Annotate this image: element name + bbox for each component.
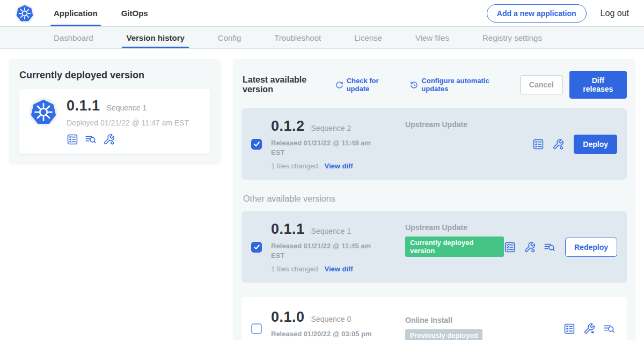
app-header: Application GitOps Add a new application… <box>0 0 644 27</box>
released-timestamp: Released 01/21/22 @ 11:45 am EST <box>271 241 374 260</box>
edit-config-icon[interactable] <box>524 241 536 253</box>
configure-automatic-updates-label: Configure automatic updates <box>421 77 506 93</box>
deploy-logs-icon[interactable] <box>544 241 555 253</box>
kubernetes-app-icon <box>29 98 58 127</box>
available-versions-panel: Latest available version Check for updat… <box>233 59 635 340</box>
add-new-application-button[interactable]: Add a new application <box>487 4 587 23</box>
files-changed-label: 1 files changed <box>271 265 318 273</box>
version-checkbox[interactable] <box>251 323 262 334</box>
currently-deployed-panel: Currently deployed version 0.1 <box>9 59 221 165</box>
version-card-0-1-0: 0.1.0 Sequence 0 Released 01/20/22 @ 03:… <box>241 297 627 340</box>
subnav-dashboard[interactable]: Dashboard <box>54 27 93 48</box>
subnav-troubleshoot[interactable]: Troubleshoot <box>274 27 321 48</box>
checkmark-icon <box>253 243 260 250</box>
version-source-label: Online Install <box>405 316 564 324</box>
version-checkbox[interactable] <box>251 139 262 150</box>
check-for-update-label: Check for update <box>347 77 397 93</box>
cancel-button[interactable]: Cancel <box>520 75 563 94</box>
view-diff-link[interactable]: View diff <box>324 265 353 273</box>
subnav-version-history[interactable]: Version history <box>126 27 184 48</box>
deploy-button[interactable]: Deploy <box>574 135 617 154</box>
previously-deployed-badge: Previously deployed <box>405 329 482 340</box>
version-number: 0.1.1 <box>271 221 305 238</box>
view-config-icon[interactable] <box>583 323 595 335</box>
released-timestamp: Released 01/20/22 @ 03:05 pm EST <box>271 329 374 340</box>
currently-deployed-title: Currently deployed version <box>19 70 210 81</box>
deploy-logs-icon[interactable] <box>603 323 615 335</box>
tab-application[interactable]: Application <box>54 0 98 26</box>
deployed-sequence-label: Sequence 1 <box>107 104 147 112</box>
preflight-checks-icon[interactable] <box>504 241 516 253</box>
edit-config-icon[interactable] <box>103 134 115 145</box>
deployed-version-number: 0.1.1 <box>67 98 100 114</box>
logout-button[interactable]: Log out <box>601 9 629 18</box>
version-number: 0.1.2 <box>271 118 305 135</box>
checkmark-icon <box>253 141 260 147</box>
subnav-config[interactable]: Config <box>218 27 241 48</box>
version-source-label: Upstream Update <box>405 223 504 232</box>
tab-gitops-label: GitOps <box>121 9 148 18</box>
diff-releases-button[interactable]: Diff releases <box>569 71 627 99</box>
redeploy-button[interactable]: Redeploy <box>565 238 617 257</box>
tab-gitops[interactable]: GitOps <box>121 0 148 26</box>
view-diff-link[interactable]: View diff <box>324 162 353 170</box>
other-available-versions-title: Other available versions <box>243 194 627 204</box>
deployed-version-card: 0.1.1 Sequence 1 Deployed 01/21/22 @ 11:… <box>19 89 210 154</box>
subnav-license[interactable]: License <box>354 27 382 48</box>
preflight-checks-icon[interactable] <box>564 323 575 335</box>
sequence-label: Sequence 0 <box>311 315 352 323</box>
sequence-label: Sequence 2 <box>311 124 352 132</box>
latest-available-title: Latest available version <box>243 75 328 94</box>
deployed-timestamp: Deployed 01/21/22 @ 11:47 am EST <box>67 119 189 127</box>
version-card-0-1-1: 0.1.1 Sequence 1 Released 01/21/22 @ 11:… <box>241 211 627 283</box>
released-timestamp: Released 01/21/22 @ 11:48 am EST <box>271 138 374 157</box>
currently-deployed-badge: Currently deployed version <box>405 236 504 257</box>
edit-config-icon[interactable] <box>552 138 564 150</box>
tab-application-label: Application <box>54 9 98 18</box>
subnav-view-files[interactable]: View files <box>415 27 449 48</box>
schedule-update-icon <box>410 80 418 90</box>
sequence-label: Sequence 1 <box>311 227 352 235</box>
header-tabs: Application GitOps <box>54 0 148 26</box>
app-subnav: Dashboard Version history Config Trouble… <box>0 27 644 49</box>
subnav-registry-settings[interactable]: Registry settings <box>482 27 542 48</box>
deploy-logs-icon[interactable] <box>85 134 97 145</box>
refresh-icon <box>335 80 343 90</box>
files-changed-label: 1 files changed <box>271 162 318 170</box>
kubernetes-logo-icon <box>15 4 34 23</box>
version-card-0-1-2: 0.1.2 Sequence 2 Released 01/21/22 @ 11:… <box>241 108 627 180</box>
version-checkbox[interactable] <box>251 242 262 253</box>
version-source-label: Upstream Update <box>405 120 532 129</box>
check-for-update-link[interactable]: Check for update <box>335 77 397 93</box>
version-number: 0.1.0 <box>271 309 305 326</box>
preflight-checks-icon[interactable] <box>532 138 544 150</box>
preflight-checks-icon[interactable] <box>67 134 78 145</box>
configure-automatic-updates-link[interactable]: Configure automatic updates <box>410 77 506 93</box>
